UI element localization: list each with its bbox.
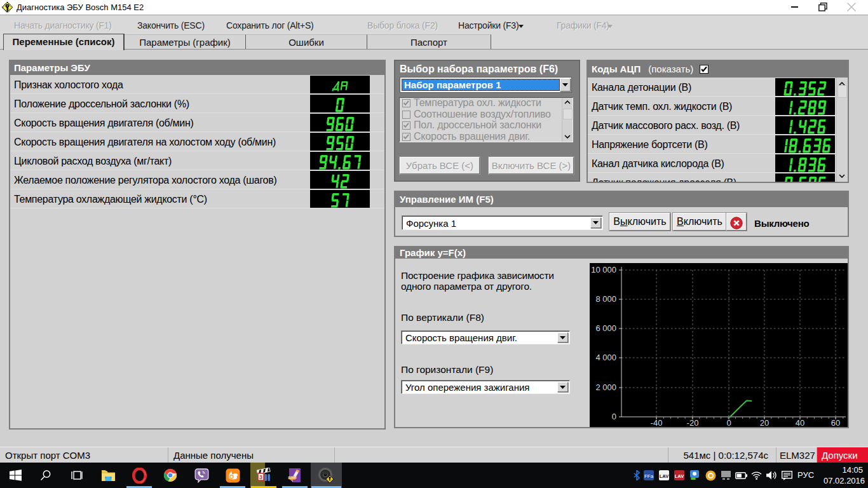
svg-text:LAV: LAV <box>675 473 684 479</box>
svg-text:0: 0 <box>726 418 731 427</box>
svg-text:-40: -40 <box>651 418 663 427</box>
svg-text:6 000: 6 000 <box>595 323 616 333</box>
svg-text:10 000: 10 000 <box>591 265 616 274</box>
svg-text:3: 3 <box>259 473 262 480</box>
svg-text:LAV: LAV <box>660 473 668 479</box>
svg-text:0: 0 <box>612 412 616 421</box>
svg-text:20: 20 <box>760 418 769 427</box>
svg-text:60: 60 <box>831 418 840 427</box>
svg-text:DJVU: DJVU <box>288 477 297 480</box>
svg-text:40: 40 <box>796 418 804 427</box>
svg-text:-20: -20 <box>687 418 699 427</box>
svg-text:FFa: FFa <box>644 473 654 479</box>
svg-text:2 000: 2 000 <box>595 383 616 392</box>
svg-text:4 000: 4 000 <box>595 353 616 362</box>
svg-text:8 000: 8 000 <box>595 294 616 304</box>
